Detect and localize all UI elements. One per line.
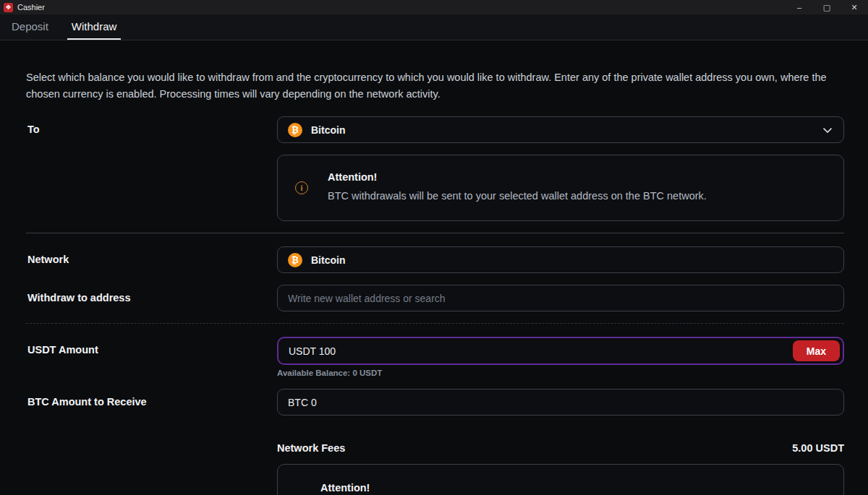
network-dropdown[interactable]: ₿ Bitcoin	[277, 246, 844, 273]
bitcoin-icon: ₿	[288, 253, 302, 267]
usdt-amount-row: USDT Amount Max Available Balance: 0 USD…	[26, 337, 844, 377]
tab-deposit[interactable]: Deposit	[7, 14, 53, 40]
tab-withdraw[interactable]: Withdraw	[67, 14, 122, 40]
network-fees-value: 5.00 USDT	[792, 442, 844, 454]
to-row: To ₿ Bitcoin	[26, 116, 844, 143]
section-divider	[26, 233, 844, 233]
network-row: Network ₿ Bitcoin	[26, 246, 844, 273]
attention-body: BTC withdrawals will be sent to your sel…	[328, 188, 707, 205]
address-row: Withdraw to address	[26, 285, 844, 311]
app-logo-icon: ❖	[4, 3, 13, 12]
to-currency-value: Bitcoin	[311, 124, 345, 136]
btc-amount-label: BTC Amount to Receive	[26, 389, 277, 416]
section-divider-dashed	[26, 323, 844, 324]
attention-bottom-box: Attention! Using our USDT to BTC withdra…	[277, 464, 844, 495]
attention-title: Attention!	[328, 171, 707, 183]
chevron-down-icon	[822, 124, 833, 136]
withdraw-description: Select which balance you would like to w…	[26, 69, 844, 103]
to-label: To	[26, 116, 277, 143]
network-fees-row: Network Fees 5.00 USDT Attention! Using …	[26, 427, 844, 495]
bitcoin-icon: ₿	[288, 123, 302, 137]
minimize-button[interactable]: –	[786, 0, 813, 14]
btc-amount-row: BTC Amount to Receive	[26, 389, 844, 416]
to-currency-dropdown[interactable]: ₿ Bitcoin	[277, 116, 844, 143]
titlebar: ❖ Cashier – ▢ ✕	[0, 0, 868, 14]
network-value: Bitcoin	[311, 254, 345, 266]
maximize-button[interactable]: ▢	[813, 0, 841, 14]
usdt-amount-input[interactable]	[278, 338, 793, 363]
usdt-amount-label: USDT Amount	[26, 337, 277, 377]
attention-top-box: i Attention! BTC withdrawals will be sen…	[277, 155, 844, 221]
attention-title: Attention!	[320, 482, 826, 494]
network-label: Network	[26, 246, 277, 273]
close-button[interactable]: ✕	[841, 0, 868, 14]
wallet-address-input[interactable]	[277, 285, 844, 311]
btc-amount-input[interactable]	[277, 389, 844, 416]
info-icon: i	[295, 181, 308, 194]
network-fees-label: Network Fees	[277, 442, 345, 454]
tab-bar: Deposit Withdraw	[0, 14, 868, 40]
max-button[interactable]: Max	[793, 340, 840, 361]
window-controls: – ▢ ✕	[786, 0, 868, 14]
window-title: Cashier	[17, 3, 45, 12]
available-balance: Available Balance: 0 USDT	[277, 369, 844, 377]
attention-top-row: i Attention! BTC withdrawals will be sen…	[26, 155, 844, 221]
usdt-amount-field: Max	[277, 337, 844, 365]
address-label: Withdraw to address	[26, 285, 277, 311]
withdraw-panel: Select which balance you would like to w…	[0, 40, 868, 495]
